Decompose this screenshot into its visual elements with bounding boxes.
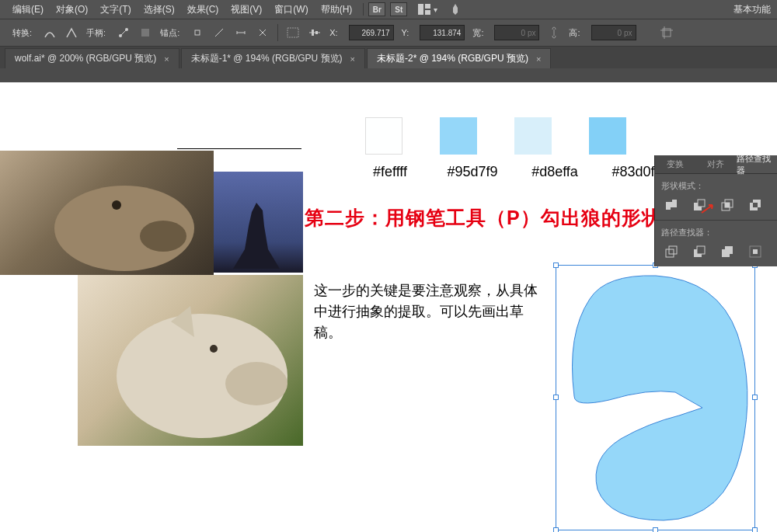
menu-object[interactable]: 对象(O) bbox=[50, 3, 94, 16]
close-icon[interactable]: × bbox=[536, 54, 541, 64]
w-input[interactable]: 0 px bbox=[494, 25, 539, 40]
control-bar: 转换: 手柄: 锚点: X: 269.717 Y: 131.874 宽: 0 p… bbox=[0, 19, 777, 47]
bridge-button[interactable]: Br bbox=[368, 2, 385, 16]
intersect-icon[interactable] bbox=[720, 198, 734, 212]
selection-border bbox=[556, 266, 754, 530]
unite-icon[interactable] bbox=[664, 198, 678, 212]
resize-handle-bl[interactable] bbox=[553, 527, 559, 532]
exclude-icon[interactable] bbox=[748, 198, 762, 212]
resize-handle-tl[interactable] bbox=[553, 263, 559, 268]
h-input[interactable]: 0 px bbox=[591, 25, 636, 40]
crop-icon[interactable] bbox=[660, 26, 674, 40]
close-icon[interactable]: × bbox=[350, 54, 355, 64]
convert-smooth-icon[interactable] bbox=[43, 26, 57, 40]
svg-rect-28 bbox=[753, 200, 761, 207]
handle-hide-icon[interactable] bbox=[138, 26, 152, 40]
stock-button[interactable]: St bbox=[390, 2, 407, 16]
svg-rect-0 bbox=[418, 4, 423, 15]
swatch-hex: #d8effa bbox=[525, 164, 584, 180]
resize-handle-br[interactable] bbox=[752, 527, 758, 532]
svg-rect-27 bbox=[750, 203, 758, 210]
menu-view[interactable]: 视图(V) bbox=[225, 3, 268, 16]
svg-point-16 bbox=[54, 186, 194, 271]
swatch-2[interactable] bbox=[440, 117, 477, 155]
svg-point-20 bbox=[225, 362, 287, 405]
resize-handle-mr[interactable] bbox=[752, 395, 758, 400]
shape-modes-label: 形状模式： bbox=[661, 180, 771, 192]
swatch-3[interactable] bbox=[514, 117, 552, 155]
svg-point-3 bbox=[119, 34, 122, 37]
document-tab-bar: wolf.ai* @ 200% (RGB/GPU 预览) × 未标题-1* @ … bbox=[0, 47, 777, 68]
svg-rect-31 bbox=[669, 246, 677, 254]
menu-edit[interactable]: 编辑(E) bbox=[6, 3, 50, 16]
workspace: #feffff #95d7f9 #d8effa #83d0f7 第二步：用钢笔工… bbox=[0, 68, 777, 532]
swatch-hex: #95d7f9 bbox=[443, 164, 502, 180]
handle-label: 手柄: bbox=[86, 27, 106, 39]
svg-rect-30 bbox=[666, 249, 674, 257]
svg-rect-12 bbox=[315, 31, 318, 34]
svg-rect-26 bbox=[725, 203, 730, 207]
menu-effect[interactable]: 效果(C) bbox=[181, 3, 225, 16]
divide-icon[interactable] bbox=[664, 245, 678, 259]
menu-window[interactable]: 窗口(W) bbox=[268, 3, 314, 16]
resize-handle-ml[interactable] bbox=[553, 395, 559, 400]
link-wh-icon[interactable] bbox=[547, 26, 561, 40]
rocket-icon[interactable] bbox=[448, 2, 462, 16]
svg-rect-29 bbox=[753, 203, 758, 207]
swatch-1[interactable] bbox=[365, 117, 402, 155]
svg-rect-25 bbox=[725, 200, 733, 207]
align-icon[interactable] bbox=[308, 26, 322, 40]
svg-rect-33 bbox=[697, 246, 705, 254]
svg-rect-32 bbox=[694, 249, 702, 257]
isolate-icon[interactable] bbox=[286, 26, 300, 40]
anchor-add-icon[interactable] bbox=[190, 26, 204, 40]
tab-label: wolf.ai* @ 200% (RGB/GPU 预览) bbox=[15, 52, 156, 65]
crop-pf-icon[interactable] bbox=[748, 245, 762, 259]
convert-label: 转换: bbox=[12, 27, 32, 39]
merge-icon[interactable] bbox=[720, 245, 734, 259]
menu-select[interactable]: 选择(S) bbox=[138, 3, 181, 16]
menu-help[interactable]: 帮助(H) bbox=[315, 3, 359, 16]
selection-bounding-box[interactable] bbox=[556, 266, 754, 530]
panel-tab-align[interactable]: 对齐 bbox=[695, 155, 736, 173]
x-input[interactable]: 269.717 bbox=[349, 25, 394, 40]
close-icon[interactable]: × bbox=[164, 54, 169, 64]
handle-show-icon[interactable] bbox=[117, 26, 131, 40]
swatch-4[interactable] bbox=[589, 117, 626, 155]
placed-image-wolf-silhouette[interactable] bbox=[214, 172, 303, 273]
svg-rect-1 bbox=[425, 4, 430, 9]
resize-handle-bc[interactable] bbox=[653, 527, 658, 532]
color-swatches bbox=[365, 117, 626, 155]
convert-corner-icon[interactable] bbox=[64, 26, 78, 40]
divider bbox=[363, 3, 364, 16]
y-input[interactable]: 131.874 bbox=[420, 25, 465, 40]
placed-image-wolf-closeup[interactable] bbox=[0, 151, 214, 275]
trim-icon[interactable] bbox=[692, 245, 706, 259]
svg-rect-7 bbox=[195, 30, 200, 35]
placed-image-white-wolf[interactable] bbox=[78, 275, 303, 446]
guide-line bbox=[177, 148, 301, 149]
svg-rect-36 bbox=[753, 249, 758, 254]
pathfinders-label: 路径查找器： bbox=[661, 227, 771, 238]
w-label: 宽: bbox=[472, 27, 483, 39]
anchor-cut-icon[interactable] bbox=[256, 26, 270, 40]
arrange-icon[interactable] bbox=[418, 2, 432, 16]
panel-tabs: 变换 对齐 路径查找器 bbox=[655, 155, 777, 174]
divider bbox=[277, 24, 278, 41]
anchor-remove-icon[interactable] bbox=[212, 26, 226, 40]
minus-front-icon[interactable] bbox=[692, 198, 706, 212]
dropdown-caret-icon[interactable]: ▾ bbox=[434, 5, 437, 14]
menu-type[interactable]: 文字(T) bbox=[94, 3, 137, 16]
panel-tab-transform[interactable]: 变换 bbox=[655, 155, 695, 173]
workspace-switcher[interactable]: 基本功能 bbox=[733, 3, 777, 16]
panel-tab-pathfinder[interactable]: 路径查找器 bbox=[737, 155, 777, 173]
svg-rect-6 bbox=[141, 29, 149, 37]
document-tab[interactable]: wolf.ai* @ 200% (RGB/GPU 预览) × bbox=[5, 48, 179, 68]
svg-rect-37 bbox=[750, 246, 761, 257]
anchor-connect-icon[interactable] bbox=[234, 26, 248, 40]
artboard[interactable]: #feffff #95d7f9 #d8effa #83d0f7 第二步：用钢笔工… bbox=[0, 82, 777, 532]
svg-line-8 bbox=[215, 29, 223, 37]
document-tab[interactable]: 未标题-1* @ 194% (RGB/GPU 预览) × bbox=[181, 48, 365, 68]
pathfinders-section: 路径查找器： bbox=[655, 220, 777, 266]
document-tab-active[interactable]: 未标题-2* @ 194% (RGB/GPU 预览) × bbox=[367, 48, 551, 68]
